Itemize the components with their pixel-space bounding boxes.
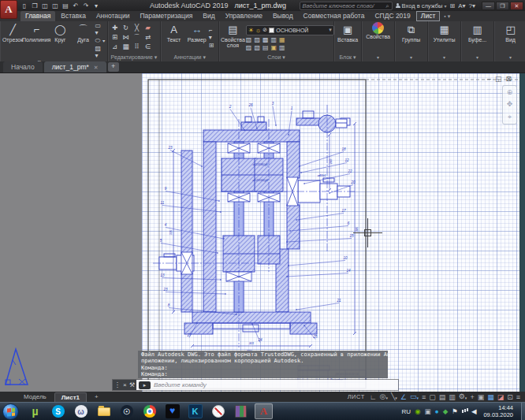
taskbar-steam[interactable]: ☉ [117,403,136,419]
viewport-restore-icon[interactable]: ◱ [495,75,502,83]
erase-icon[interactable]: ▰ [143,24,154,33]
graphics-performance-icon[interactable]: ▦ [487,392,494,402]
plot-preview-icon[interactable]: ◪ [497,392,505,402]
space-mode-label[interactable]: ЛИСТ [348,393,365,400]
viewport-minimize-icon[interactable]: – [487,75,491,83]
ribbon-tab-параметризация[interactable]: Параметризация [135,11,197,21]
zoom-extents-icon[interactable]: ⌖ [508,113,512,121]
panel-groups-expand[interactable]: ▾ [395,55,427,61]
record-macro-icon[interactable]: ▪ ▾ [444,13,450,21]
circle-button[interactable]: ◯Круг [49,22,71,59]
volume-icon[interactable]: ◀ [471,407,477,415]
scale-icon[interactable]: ⊿ [110,43,121,52]
network-icon[interactable] [462,410,464,413]
save-as-icon[interactable]: ◫ [51,2,59,9]
annotation-scale-icon[interactable]: ⚙▾ [459,392,467,403]
annotation-autoscale-icon[interactable]: ▥ [449,392,456,402]
redo-icon[interactable]: ↷ [82,2,90,9]
command-prompt-icon[interactable]: ▸ [139,381,151,389]
ortho-mode-icon[interactable]: ∠ [400,392,407,402]
clipboard-button[interactable]: ▥Буфе... [463,22,492,55]
ribbon-tab-вид[interactable]: Вид [198,11,219,21]
minimize-button[interactable]: — [482,2,495,10]
selection-cycling-icon[interactable]: ▢ [429,392,436,402]
line-button[interactable]: ╱Отрезок [2,22,24,59]
autocad-menu-logo-icon[interactable]: A [0,0,17,19]
tray-icon[interactable]: ▣ [425,407,431,415]
view-button[interactable]: ◰Вид [496,22,525,55]
drawing-sheet[interactable]: ДМ 415.03.00.00 СБРедуктор ⌀110G6/g6⌀120… [142,73,520,392]
command-close-icon[interactable]: × [123,381,127,388]
ribbon-tab-вставка[interactable]: Вставка [56,11,91,21]
layout-tab-+[interactable]: + [88,392,105,402]
file-tab-лист_1_pm[interactable]: лист_1_pm*✕ [44,61,106,72]
ribbon-tab-лист[interactable]: Лист [416,11,440,21]
ucs-icon[interactable]: ∟ [370,392,377,402]
text-button[interactable]: AТекст [162,22,184,54]
taskbar-discord[interactable]: ω [72,403,90,419]
layer-tool-icon[interactable]: ▦ [279,36,285,43]
layer-tool-icon[interactable]: ▧ [254,44,260,51]
restore-button[interactable]: ❐ [496,2,509,10]
panel-properties-expand[interactable]: ▾ [362,55,394,61]
hatch-icon[interactable]: ▨ ▾ [95,45,106,59]
taskbar-kompas-3d[interactable]: K [186,403,204,419]
help-icon[interactable]: ?▾ [469,2,475,9]
language-indicator[interactable]: RU [402,408,411,415]
trim-icon[interactable]: ╳ [132,24,143,33]
layout-tab-модель[interactable]: Модель [17,392,53,402]
steering-wheel-icon[interactable]: ⊕ [507,88,513,96]
command-customize-icon[interactable]: ⚒ [129,381,135,388]
layer-tool-icon[interactable]: ▤ [262,44,269,51]
ribbon-tab-спдс-2019[interactable]: СПДС 2019 [370,11,415,21]
layer-tool-icon[interactable]: ▥ [279,44,285,51]
layer-tool-icon[interactable]: ▥ [271,36,277,43]
grid-snap-icon[interactable]: ◎▾ [380,392,388,403]
layer-tool-icon[interactable]: ▧ [246,36,252,43]
insert-block-button[interactable]: ▣Вставка [336,22,359,54]
command-line[interactable]: ⋮ × ⚒ ▸ Введите команду [112,379,399,391]
taskbar-autocad[interactable]: A [255,403,273,419]
taskbar-skype[interactable]: S [49,403,67,419]
autodesk-apps-icon[interactable]: A▾ [458,2,465,9]
layout-tab-лист1[interactable]: Лист1 [54,392,87,402]
explode-icon[interactable]: ∈ [143,43,154,52]
new-file-tab-button[interactable]: + [108,62,119,72]
drawing-canvas[interactable]: ДМ 415.03.00.00 СБРедуктор ⌀110G6/g6⌀120… [0,73,525,392]
layer-tool-icon[interactable]: ▨ [254,36,260,43]
antivirus-tray-icon[interactable]: ◆ [443,407,449,415]
polar-tracking-icon[interactable]: ╲▾ [391,392,397,403]
panel-view-expand[interactable]: ▾ [494,55,525,61]
clean-screen-icon[interactable]: ⊡ [507,392,513,402]
offset-icon[interactable]: ⠿ [132,43,143,52]
polyline-button[interactable]: ⌐Полилиния [24,22,48,59]
show-desktop-button[interactable] [521,403,525,420]
command-grip-icon[interactable]: ⋮ [114,381,121,388]
properties-button[interactable]: Свойства [363,22,393,55]
save-icon[interactable]: ◫ [41,2,49,9]
layer-tool-icon[interactable]: ▩ [262,36,269,43]
command-input[interactable]: ▸ Введите команду [136,380,398,390]
array-icon[interactable]: ▦ [121,43,132,52]
layer-tool-icon[interactable]: ▨ [246,44,252,51]
customization-menu-icon[interactable]: ≡ [516,392,520,402]
rectangle-icon[interactable]: ▭ ▾ [95,22,106,36]
navigation-bar[interactable]: ⊕ ✥ ⌖ [502,85,517,125]
viewport-close-icon[interactable]: ⊠ [506,75,512,83]
workspace-switch-icon[interactable]: + [470,392,474,402]
ellipse-icon[interactable]: ⬭ ▾ [95,37,106,44]
leader-icon[interactable]: ⌐ ▾ [209,27,217,41]
mirror-icon[interactable]: ⋈ [121,33,132,43]
ribbon-tab-вывод[interactable]: Вывод [268,11,298,21]
ribbon-tab-совместная-работа[interactable]: Совместная работа [299,11,370,21]
layer-tool-icon[interactable]: ▣ [271,44,277,51]
object-isolate-icon[interactable]: ▣ [478,392,485,402]
panel-clipboard-expand[interactable]: ▾ [461,55,493,61]
taskbar-chrome[interactable] [140,403,158,419]
plot-icon[interactable]: ▤ [61,2,69,9]
panel-utilities-expand[interactable]: ▾ [428,55,460,61]
layer-properties-button[interactable]: ▤Свойства слоя [221,22,245,54]
undo-icon[interactable]: ↶ [72,2,80,9]
ribbon-tab-управление[interactable]: Управление [221,11,267,21]
taskbar-explorer[interactable] [95,403,113,419]
